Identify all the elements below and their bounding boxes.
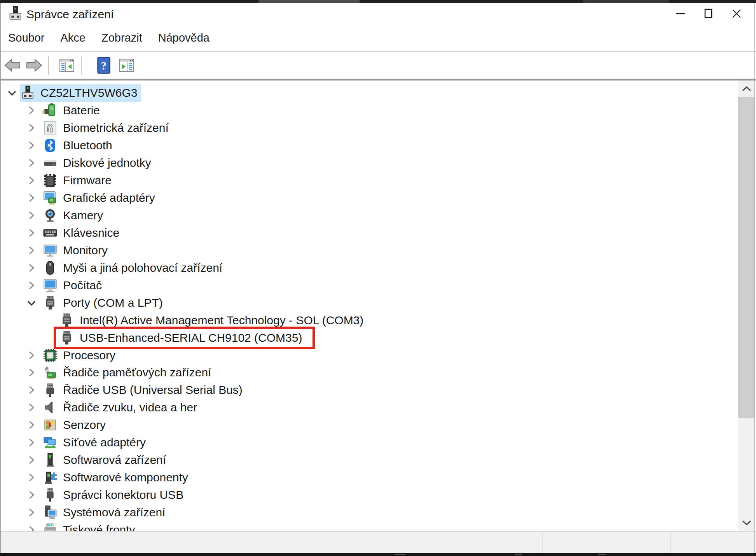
tree-item-label: Grafické adaptéry bbox=[63, 191, 155, 205]
chevron-down-icon[interactable] bbox=[24, 294, 38, 311]
tree-row[interactable]: Tiskové fronty bbox=[0, 521, 739, 531]
tree-item-label: Systémová zařízení bbox=[63, 506, 165, 519]
chevron-right-icon[interactable] bbox=[24, 259, 38, 276]
tree-row-content: Kamery bbox=[42, 207, 107, 224]
tree-row[interactable]: Řadiče USB (Universal Serial Bus) bbox=[0, 381, 739, 399]
chevron-right-icon[interactable] bbox=[24, 381, 38, 399]
minimize-button[interactable] bbox=[667, 3, 695, 24]
scrollbar-thumb[interactable] bbox=[738, 97, 755, 418]
tree-row-content: USB-Enhanced-SERIAL CH9102 (COM35) bbox=[59, 329, 306, 346]
statusbar bbox=[0, 531, 756, 553]
tree-item-label: Procesory bbox=[63, 349, 115, 362]
tree-item-label: Řadiče paměťových zařízení bbox=[63, 366, 211, 379]
chevron-right-icon[interactable] bbox=[24, 399, 38, 416]
chevron-right-icon[interactable] bbox=[24, 521, 38, 531]
chevron-right-icon[interactable] bbox=[24, 207, 38, 224]
chevron-right-icon[interactable] bbox=[24, 224, 38, 241]
tree-row[interactable]: Firmware bbox=[0, 172, 739, 189]
window-controls bbox=[667, 3, 751, 24]
tree-row[interactable]: Myši a jiná polohovací zařízení bbox=[0, 259, 739, 276]
chevron-right-icon[interactable] bbox=[24, 242, 38, 259]
tree-row[interactable]: Senzory bbox=[0, 416, 739, 434]
chevron-right-icon[interactable] bbox=[24, 469, 38, 486]
serial-port-icon bbox=[42, 295, 58, 311]
tree-row[interactable]: Síťové adaptéry bbox=[0, 434, 739, 451]
tree-row[interactable]: Biometrická zařízení bbox=[0, 119, 739, 137]
scroll-down-icon bbox=[742, 520, 752, 526]
tree-row[interactable]: Řadiče zvuku, videa a her bbox=[0, 399, 739, 416]
chevron-right-icon[interactable] bbox=[24, 504, 38, 521]
chevron-right-icon[interactable] bbox=[24, 364, 38, 381]
chevron-right-icon[interactable] bbox=[24, 102, 38, 119]
chevron-right-icon[interactable] bbox=[24, 347, 38, 364]
tree-item-label: Kamery bbox=[63, 209, 103, 222]
show-console-tree-button[interactable] bbox=[58, 57, 75, 74]
tree-row-content: Tiskové fronty bbox=[42, 521, 139, 531]
tree-item-label: Monitory bbox=[63, 244, 108, 257]
tree-row[interactable]: USB-Enhanced-SERIAL CH9102 (COM35) bbox=[0, 329, 739, 346]
chevron-right-icon[interactable] bbox=[24, 277, 38, 294]
tree-row[interactable]: Systémová zařízení bbox=[0, 504, 739, 521]
tree-row[interactable]: Správci konektoru USB bbox=[0, 486, 739, 504]
chevron-down-icon[interactable] bbox=[5, 84, 19, 101]
tree-row[interactable]: Řadiče paměťových zařízení bbox=[0, 364, 739, 381]
tree-row[interactable]: Softwarová zařízení bbox=[0, 451, 739, 469]
tree-row-content: Systémová zařízení bbox=[42, 504, 169, 521]
tree-item-label: Baterie bbox=[63, 104, 100, 117]
tree-row[interactable]: Diskové jednotky bbox=[0, 154, 739, 172]
audio-controller-icon bbox=[42, 400, 58, 415]
tree-row-content: Senzory bbox=[42, 416, 109, 434]
chevron-right-icon[interactable] bbox=[24, 451, 38, 469]
tree-row[interactable]: Bluetooth bbox=[0, 137, 739, 154]
maximize-button[interactable] bbox=[695, 3, 723, 24]
tree-row[interactable]: CZ52LTHV5W6G3 bbox=[0, 84, 739, 102]
tree-row-content: Počítač bbox=[42, 276, 105, 294]
tree-row[interactable]: Intel(R) Active Management Technology - … bbox=[0, 311, 739, 329]
tree-row[interactable]: Porty (COM a LPT) bbox=[0, 294, 739, 311]
svg-text:?: ? bbox=[101, 59, 107, 72]
tree-item-label: USB-Enhanced-SERIAL CH9102 (COM35) bbox=[80, 331, 302, 344]
tree-item-label: CZ52LTHV5W6G3 bbox=[40, 86, 138, 100]
tree-row-content: Řadiče paměťových zařízení bbox=[42, 364, 215, 381]
scroll-down-button[interactable] bbox=[738, 515, 755, 531]
tree-item-label: Myši a jiná polohovací zařízení bbox=[63, 261, 222, 275]
tree-row[interactable]: Klávesnice bbox=[0, 224, 739, 242]
chevron-right-icon[interactable] bbox=[24, 172, 38, 189]
close-button[interactable] bbox=[723, 3, 751, 24]
tree-row-content: Myši a jiná polohovací zařízení bbox=[42, 259, 226, 276]
tree-item-label: Tiskové fronty bbox=[63, 523, 135, 531]
show-console-tree-icon bbox=[58, 57, 75, 74]
menu-napoveda[interactable]: Nápověda bbox=[158, 31, 210, 44]
disk-drive-icon bbox=[42, 155, 58, 171]
tree-row[interactable]: Baterie bbox=[0, 102, 739, 119]
scroll-up-button[interactable] bbox=[738, 80, 755, 97]
chevron-right-icon[interactable] bbox=[24, 416, 38, 434]
chevron-right-icon[interactable] bbox=[24, 137, 38, 154]
menu-akce[interactable]: Akce bbox=[61, 31, 86, 44]
tree-row[interactable]: Grafické adaptéry bbox=[0, 189, 739, 207]
chevron-right-icon[interactable] bbox=[24, 119, 38, 136]
titlebar: Správce zařízení bbox=[0, 3, 756, 24]
tree-row[interactable]: Procesory bbox=[0, 346, 739, 364]
tree-row[interactable]: Počítač bbox=[0, 276, 739, 294]
tree-row[interactable]: Kamery bbox=[0, 207, 739, 224]
forward-button[interactable] bbox=[26, 57, 43, 74]
back-arrow-icon bbox=[4, 57, 21, 74]
vertical-scrollbar[interactable] bbox=[738, 80, 755, 531]
chevron-right-icon[interactable] bbox=[24, 154, 38, 171]
tree-row-content: Porty (COM a LPT) bbox=[42, 294, 166, 311]
properties-button[interactable] bbox=[118, 57, 135, 74]
menu-soubor[interactable]: Soubor bbox=[8, 31, 45, 44]
tree-row-content: Správci konektoru USB bbox=[42, 486, 187, 504]
help-button[interactable]: ? bbox=[97, 57, 110, 74]
tree-row-content: Biometrická zařízení bbox=[42, 119, 172, 137]
tree-row[interactable]: Monitory bbox=[0, 241, 739, 259]
chevron-right-icon[interactable] bbox=[24, 486, 38, 504]
print-queue-icon bbox=[42, 522, 58, 531]
chevron-right-icon[interactable] bbox=[24, 189, 38, 206]
chevron-right-icon[interactable] bbox=[24, 434, 38, 451]
menu-zobrazit[interactable]: Zobrazit bbox=[101, 31, 142, 44]
tree-row-content: Diskové jednotky bbox=[42, 154, 155, 172]
tree-row[interactable]: Softwarové komponenty bbox=[0, 469, 739, 486]
back-button[interactable] bbox=[4, 57, 21, 74]
